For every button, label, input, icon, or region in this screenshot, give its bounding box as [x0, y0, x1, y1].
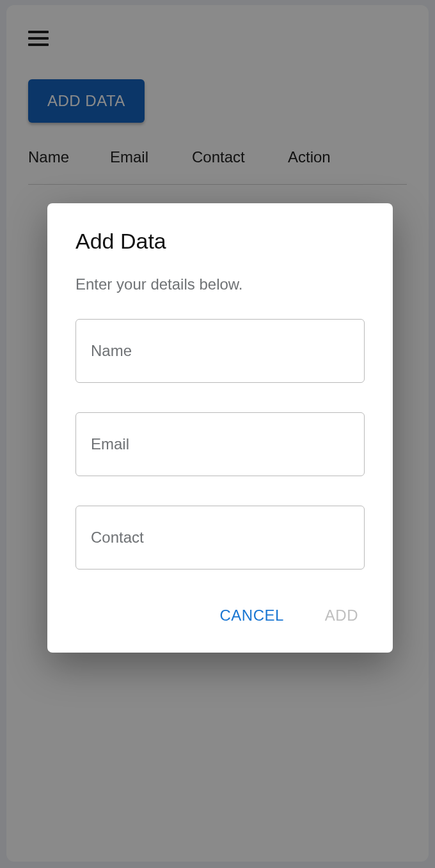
add-button[interactable]: ADD: [320, 599, 363, 632]
dialog-actions: CANCEL ADD: [75, 599, 365, 637]
email-field[interactable]: [75, 412, 365, 476]
contact-field[interactable]: [75, 506, 365, 570]
dialog-title: Add Data: [75, 229, 365, 254]
email-field-wrapper: Email: [75, 412, 365, 476]
add-data-dialog: Add Data Enter your details below. Name …: [47, 203, 393, 653]
cancel-button[interactable]: CANCEL: [214, 599, 289, 632]
contact-field-wrapper: Contact: [75, 506, 365, 570]
dialog-subtitle: Enter your details below.: [75, 275, 365, 293]
name-field-wrapper: Name: [75, 319, 365, 383]
name-field[interactable]: [75, 319, 365, 383]
